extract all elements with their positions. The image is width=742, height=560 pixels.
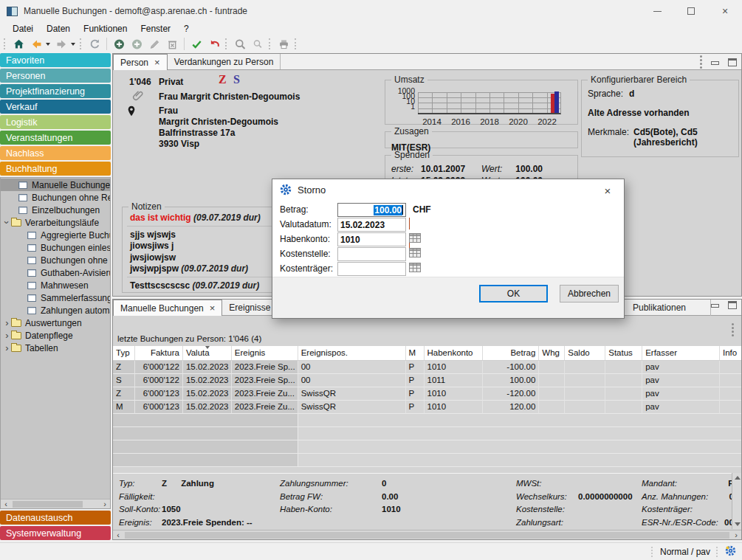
tree-item[interactable]: Sammelerfassung S [1, 291, 110, 304]
tree-item[interactable]: Zahlungen automat [1, 304, 110, 317]
tab-manuelle-buchungen[interactable]: Manuelle Buchungen × [113, 300, 222, 316]
menu-item[interactable]: ? [177, 23, 196, 35]
toolbar-grip[interactable] [80, 38, 83, 49]
table-row[interactable]: Z 6'000'122 15.02.2023 2023.Freie Sp... … [113, 361, 741, 374]
col-info[interactable]: Info [720, 346, 741, 360]
scroll-right-icon[interactable]: › [100, 499, 110, 508]
settings-gear-button[interactable] [725, 545, 736, 559]
panel-maximize-icon[interactable] [728, 58, 737, 66]
scroll-right-icon[interactable]: › [731, 530, 741, 539]
menu-item[interactable]: Daten [40, 23, 77, 35]
add-button[interactable] [110, 36, 128, 52]
tree-item[interactable]: Buchungen einlese [1, 241, 110, 254]
kostenstelle-lookup-button[interactable] [409, 248, 421, 260]
table-row[interactable]: S 6'000'122 15.02.2023 2023.Freie Sp... … [113, 374, 741, 387]
back-button[interactable] [27, 36, 45, 52]
sidebar-section[interactable]: Nachlass [0, 146, 111, 160]
col-faktura[interactable]: Faktura [135, 346, 183, 360]
panel-menu-icon[interactable] [700, 55, 702, 69]
col-status[interactable]: Status [605, 346, 642, 360]
delete-button[interactable] [163, 36, 181, 52]
minimize-button[interactable] [640, 0, 674, 22]
scroll-up-icon[interactable] [735, 476, 741, 480]
habenkonto-lookup-button[interactable] [409, 233, 421, 245]
col-whg[interactable]: Whg [539, 346, 565, 360]
valutadatum-input[interactable]: 15.02.2023 [337, 218, 406, 232]
menu-item[interactable]: Fenster [134, 23, 177, 35]
toolbar-grip[interactable] [4, 38, 7, 49]
panel-maximize-icon[interactable] [728, 301, 737, 309]
detail-vertical-scrollbar[interactable] [732, 473, 741, 529]
col-valuta[interactable]: Valuta [183, 346, 232, 360]
sidebar-section[interactable]: Systemverwaltung [0, 526, 111, 540]
habenkonto-input[interactable]: 1010 [337, 232, 406, 246]
tree-item[interactable]: › Verarbeitungsläufe [1, 216, 110, 229]
sidebar-section[interactable]: Favoriten [0, 53, 111, 67]
col-saldo[interactable]: Saldo [565, 346, 605, 360]
panel-minimize-icon[interactable] [711, 304, 719, 308]
sidebar-section[interactable]: Veranstaltungen [0, 131, 111, 145]
flag-s[interactable]: S [233, 73, 240, 86]
panel-minimize-icon[interactable] [711, 61, 719, 65]
chevron-collapsed-icon[interactable]: › [3, 319, 11, 327]
tree-item[interactable]: › Tabellen [1, 342, 110, 354]
tab-close-icon[interactable]: × [210, 303, 216, 314]
panel-menu-icon[interactable] [732, 323, 734, 336]
tree-item[interactable]: Guthaben-Avisierun [1, 266, 110, 279]
undo-button[interactable] [205, 36, 223, 52]
panel-horizontal-scrollbar[interactable]: ‹ › [113, 530, 741, 539]
kostentraeger-input[interactable] [337, 262, 406, 276]
edit-button[interactable] [145, 36, 163, 52]
chevron-collapsed-icon[interactable]: › [3, 344, 11, 352]
dialog-titlebar[interactable]: Storno [272, 179, 624, 200]
menu-item[interactable]: Datei [6, 23, 40, 35]
tree-item[interactable]: Manuelle Buchungen [1, 179, 110, 191]
print-button[interactable] [275, 36, 292, 52]
sidebar-section[interactable]: Projektfinanzierung [0, 84, 111, 98]
sidebar-horizontal-scrollbar[interactable]: ‹ › [1, 499, 110, 508]
add-alt-button[interactable] [128, 36, 145, 52]
table-row[interactable]: M 6'000'123 15.02.2023 2023.Freie Zu... … [113, 401, 741, 414]
sidebar-section[interactable]: Personen [0, 69, 111, 83]
back-dropdown-icon[interactable] [46, 43, 50, 46]
tree-item[interactable]: Aggregierte Buchun [1, 229, 110, 241]
kostentraeger-lookup-button[interactable] [409, 263, 421, 274]
col-m[interactable]: M [406, 346, 425, 360]
refresh-button[interactable] [86, 36, 103, 52]
col-ereignis[interactable]: Ereignis [232, 346, 298, 360]
scroll-left-icon[interactable]: ‹ [113, 530, 123, 539]
tree-item[interactable]: › Datenpflege [1, 329, 110, 342]
scroll-down-icon[interactable] [735, 522, 741, 526]
col-erfasser[interactable]: Erfasser [642, 346, 720, 360]
tree-item[interactable]: Buchungen ohne Refe [1, 191, 110, 204]
cancel-button[interactable]: Abbrechen [560, 285, 619, 303]
tab-close-icon[interactable]: × [154, 57, 160, 68]
tab-verdankungen[interactable]: Verdankungen zu Person [168, 54, 281, 69]
tab-person[interactable]: Person × [113, 54, 168, 70]
toolbar-grip[interactable] [295, 38, 298, 49]
dialog-close-button[interactable]: × [600, 183, 615, 198]
col-ereignispos[interactable]: Ereignispos. [298, 346, 406, 360]
search-detail-button[interactable] [249, 36, 267, 52]
tree-item[interactable]: › Auswertungen [1, 317, 110, 329]
home-button[interactable] [10, 36, 27, 52]
maximize-button[interactable] [674, 0, 708, 22]
search-button[interactable] [231, 36, 249, 52]
scroll-left-icon[interactable]: ‹ [1, 499, 11, 508]
table-row[interactable]: Z 6'000'123 15.02.2023 2023.Freie Zu... … [113, 387, 741, 401]
sidebar-section[interactable]: Buchhaltung [0, 162, 111, 176]
col-habenkonto[interactable]: Habenkonto [425, 346, 484, 360]
chevron-expanded-icon[interactable]: › [3, 218, 11, 227]
sidebar-section[interactable]: Logistik [0, 115, 111, 129]
scrollbar-thumb[interactable] [13, 501, 83, 508]
forward-dropdown-icon[interactable] [71, 43, 75, 46]
scrollbar-thumb[interactable] [125, 532, 729, 539]
col-betrag[interactable]: Betrag [483, 346, 539, 360]
ok-button[interactable]: OK [479, 285, 548, 303]
toolbar-grip[interactable] [269, 38, 272, 49]
flag-z[interactable]: Z [219, 73, 227, 86]
close-button[interactable]: × [708, 0, 742, 22]
col-typ[interactable]: Typ [113, 346, 135, 360]
attachment-button[interactable] [132, 89, 145, 104]
betrag-input[interactable]: 100.00 [337, 203, 406, 217]
